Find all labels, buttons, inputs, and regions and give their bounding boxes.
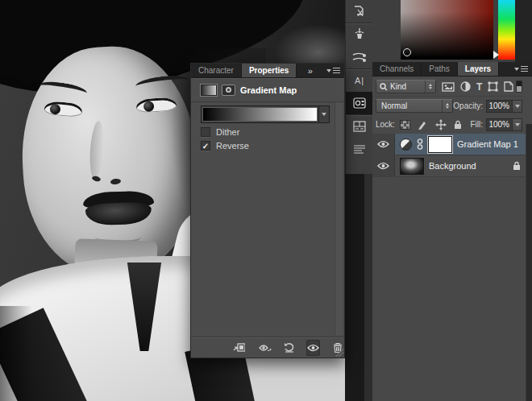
lock-transparency-icon[interactable]: [400, 120, 410, 130]
opacity-arrow-icon[interactable]: [513, 100, 522, 113]
reverse-option[interactable]: ✓ Reverse: [201, 141, 249, 151]
character-panel-icon[interactable]: A|: [346, 69, 373, 92]
clip-to-layer-icon[interactable]: [233, 340, 246, 356]
opacity-input[interactable]: 100%: [486, 100, 522, 113]
layers-panel: Channels Paths Layers Kind T: [372, 62, 532, 401]
properties-tabbar: Character Properties »: [191, 64, 344, 78]
gradient-picker-arrow-icon[interactable]: [318, 106, 329, 122]
fill-arrow-icon[interactable]: [513, 118, 522, 131]
fill-input[interactable]: 100%: [486, 118, 522, 131]
reset-adjustment-icon[interactable]: [283, 340, 296, 356]
blend-mode-value: Normal: [381, 101, 407, 110]
layer-thumbnail[interactable]: [400, 158, 424, 175]
properties-footer: [191, 337, 344, 358]
tab-properties[interactable]: Properties: [242, 64, 297, 77]
visibility-toggle[interactable]: [372, 134, 395, 155]
lock-label: Lock:: [376, 120, 395, 129]
kind-filter-label: Kind: [390, 82, 406, 91]
opacity-value[interactable]: 100%: [486, 100, 513, 113]
blend-row: Normal Opacity: 100%: [372, 96, 526, 115]
layer-name[interactable]: Background: [429, 161, 476, 171]
view-previous-state-icon[interactable]: [257, 340, 272, 356]
filter-adjustment-layers-icon[interactable]: [460, 81, 471, 92]
layer-row-background[interactable]: Background: [372, 155, 526, 177]
layer-name[interactable]: Gradient Map 1: [457, 139, 518, 149]
adjustment-header: Gradient Map: [191, 78, 344, 102]
right-panel-column: Channels Paths Layers Kind T: [372, 0, 532, 401]
adjustment-title: Gradient Map: [240, 85, 297, 95]
paragraph-panel-icon[interactable]: [346, 138, 373, 160]
properties-scrollbar[interactable]: [335, 102, 343, 335]
filter-smart-objects-icon[interactable]: [504, 81, 513, 92]
dropdown-stepper-icon: [442, 100, 452, 112]
filter-toggle-icon[interactable]: [516, 81, 522, 93]
saturation-field[interactable]: [401, 0, 493, 60]
opacity-label: Opacity:: [453, 101, 483, 110]
layer-list: Gradient Map 1 Background: [372, 134, 526, 177]
toggle-visibility-icon[interactable]: [306, 340, 320, 356]
search-icon: [380, 83, 388, 91]
layers-tabbar: Channels Paths Layers: [372, 62, 532, 76]
photoshop-workspace: A| Channels: [0, 0, 532, 401]
mask-link-icon[interactable]: [417, 138, 423, 150]
color-cursor[interactable]: [403, 48, 411, 56]
panel-menu-icon[interactable]: [510, 66, 532, 72]
fill-label: Fill:: [470, 120, 483, 129]
brush-panel-icon[interactable]: [346, 23, 373, 46]
lock-position-icon[interactable]: [435, 119, 447, 130]
collapse-panel-icon[interactable]: »: [305, 64, 315, 77]
reverse-checkbox[interactable]: ✓: [201, 141, 210, 151]
layers-empty-area[interactable]: [372, 177, 526, 401]
layer-mask-thumbnail[interactable]: [428, 136, 452, 153]
eye-icon: [377, 162, 389, 170]
tab-layers[interactable]: Layers: [458, 62, 499, 76]
lock-all-icon[interactable]: [454, 120, 462, 130]
visibility-toggle[interactable]: [372, 155, 395, 176]
hue-slider[interactable]: [498, 0, 515, 60]
filter-type-layers-icon[interactable]: T: [476, 81, 482, 93]
blend-mode-dropdown[interactable]: Normal: [376, 99, 453, 113]
dither-checkbox[interactable]: [201, 127, 210, 137]
reverse-label: Reverse: [216, 141, 249, 151]
dither-label: Dither: [216, 127, 239, 137]
properties-panel: Character Properties » Gradient Map Dith…: [190, 63, 345, 358]
filter-pixel-layers-icon[interactable]: [442, 82, 455, 92]
hue-slider-pointer[interactable]: [493, 51, 499, 59]
tab-channels[interactable]: Channels: [372, 62, 422, 76]
adjustment-layer-icon[interactable]: [400, 138, 412, 151]
tab-character[interactable]: Character: [191, 64, 242, 77]
color-panel: [372, 0, 532, 62]
dither-option[interactable]: Dither: [201, 127, 239, 137]
fill-value[interactable]: 100%: [486, 118, 513, 131]
gradient-preview[interactable]: [202, 107, 318, 122]
tab-paths[interactable]: Paths: [422, 62, 458, 76]
panel-menu-icon[interactable]: [322, 68, 344, 73]
layer-filter-row: Kind T: [372, 77, 526, 96]
dropdown-stepper-icon: [425, 81, 435, 93]
layer-row-gradient-map[interactable]: Gradient Map 1: [372, 134, 526, 155]
lock-row: Lock: Fill: 100%: [372, 115, 526, 134]
eye-icon: [377, 140, 389, 148]
panel-dock: A|: [345, 0, 372, 401]
kind-filter-dropdown[interactable]: Kind: [376, 80, 436, 93]
info-panel-icon[interactable]: [346, 115, 373, 138]
properties-panel-icon[interactable]: [346, 92, 373, 114]
photo-edge-shadow: [0, 306, 32, 401]
gradient-adjustment-icon: [201, 85, 217, 96]
notes-panel-icon[interactable]: [346, 0, 373, 23]
gradient-editor[interactable]: [201, 105, 330, 123]
mask-target-icon[interactable]: [222, 85, 235, 96]
filter-shape-layers-icon[interactable]: [488, 81, 498, 92]
lock-pixels-icon[interactable]: [418, 119, 428, 130]
panel-resize-grip[interactable]: [335, 349, 343, 357]
background-lock-icon: [513, 161, 521, 171]
tool-presets-panel-icon[interactable]: [346, 46, 373, 68]
